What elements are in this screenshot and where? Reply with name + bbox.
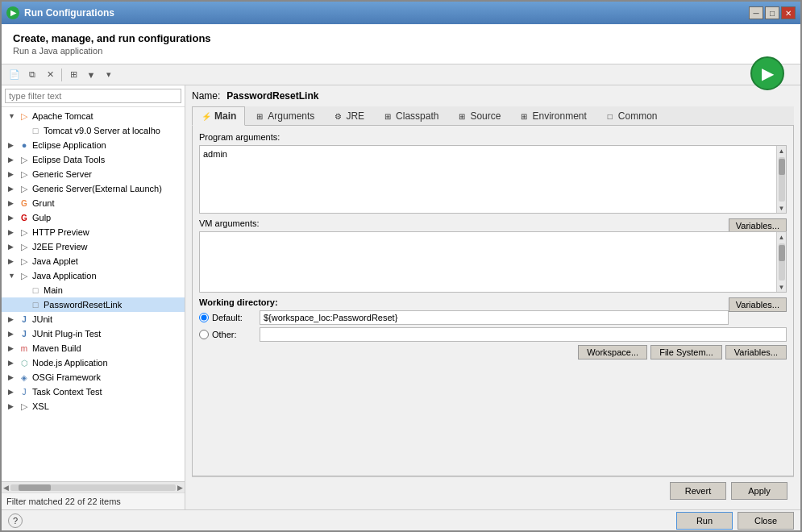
tree-item-http-preview[interactable]: ▶ ▷ HTTP Preview [2, 225, 185, 239]
scroll-track-v [779, 243, 785, 281]
expand-icon: ▶ [8, 228, 16, 236]
title-bar-controls: ─ □ ✕ [749, 6, 796, 19]
name-label: Name: [192, 90, 220, 102]
tree-item-grunt[interactable]: ▶ G Grunt [2, 196, 185, 210]
dropdown-button[interactable]: ▾ [101, 67, 117, 83]
header-title: Create, manage, and run configurations [13, 32, 744, 44]
scroll-thumb-v[interactable] [779, 245, 785, 261]
java-app-icon: ▷ [19, 270, 30, 281]
tree-item-j2ee-preview[interactable]: ▶ ▷ J2EE Preview [2, 239, 185, 254]
tree-item-java-applet[interactable]: ▶ ▷ Java Applet [2, 254, 185, 268]
tree-item-apache-tomcat[interactable]: ▼ ▷ Apache Tomcat [2, 109, 185, 123]
tree-item-nodejs[interactable]: ▶ ⬡ Node.js Application [2, 355, 185, 370]
tree-item-maven[interactable]: ▶ m Maven Build [2, 341, 185, 355]
tree-item-junit-plugin[interactable]: ▶ J JUnit Plug-in Test [2, 326, 185, 341]
default-radio[interactable] [199, 313, 209, 322]
default-dir-field[interactable] [260, 310, 729, 325]
expand-icon: ▶ [8, 156, 16, 164]
expand-icon: ▶ [8, 388, 16, 396]
tree-item-gulp[interactable]: ▶ G Gulp [2, 210, 185, 225]
program-args-input[interactable] [200, 146, 786, 210]
run-configurations-window: ▶ Run Configurations ─ □ ✕ Create, manag… [0, 0, 802, 532]
tree-item-eclipse-app[interactable]: ▶ ● Eclipse Application [2, 138, 185, 152]
default-radio-row: Default: [199, 310, 729, 325]
grunt-icon: G [19, 197, 30, 209]
arguments-tab-icon: ⊞ [254, 110, 265, 122]
http-preview-icon: ▷ [19, 227, 30, 238]
source-tab-label: Source [470, 110, 501, 122]
tree-item-osgi[interactable]: ▶ ◈ OSGi Framework [2, 370, 185, 384]
scroll-left-arrow[interactable]: ◀ [3, 484, 9, 492]
help-button[interactable]: ? [8, 513, 23, 528]
eclipse-app-icon: ● [19, 139, 30, 151]
file-system-button[interactable]: File System... [650, 345, 722, 360]
app-icon: ▶ [6, 6, 19, 19]
horizontal-scrollbar[interactable]: ◀ ▶ [2, 481, 185, 493]
junit-plugin-icon: J [19, 328, 30, 339]
program-args-label: Program arguments: [199, 132, 787, 142]
dir-variables-button[interactable]: Variables... [725, 345, 787, 360]
expand-icon: ▼ [8, 112, 16, 120]
close-button[interactable]: ✕ [781, 6, 796, 19]
scroll-right-arrow[interactable]: ▶ [177, 484, 183, 492]
name-row: Name: PasswordResetLink [192, 90, 794, 102]
scroll-thumb[interactable] [19, 484, 51, 491]
tab-main[interactable]: ⚡ Main [192, 106, 245, 126]
vm-args-input[interactable] [200, 233, 786, 289]
scroll-thumb-v[interactable] [779, 159, 785, 175]
delete-config-button[interactable]: ✕ [42, 67, 58, 83]
minimize-button[interactable]: ─ [749, 6, 763, 19]
xsl-label: XSL [32, 401, 49, 411]
filter-button[interactable]: ⊞ [65, 67, 81, 83]
close-button-footer[interactable]: Close [738, 512, 794, 530]
expand-icon: ▼ [8, 272, 16, 280]
tab-jre[interactable]: ⚙ JRE [323, 106, 373, 125]
collapse-button[interactable]: ▼ [83, 67, 99, 83]
apply-button[interactable]: Apply [731, 482, 787, 500]
tree-item-task-context[interactable]: ▶ J Task Context Test [2, 384, 185, 399]
new-config-button[interactable]: 📄 [6, 67, 23, 83]
tree-item-eclipse-data[interactable]: ▶ ▷ Eclipse Data Tools [2, 152, 185, 167]
vm-args-scrollbar[interactable]: ▲ ▼ [776, 232, 786, 292]
left-panel-footer: Filter matched 22 of 22 items [2, 493, 185, 509]
scroll-up-arrow[interactable]: ▲ [777, 232, 787, 242]
tree-item-main[interactable]: □ Main [2, 283, 185, 297]
tree-item-generic-server[interactable]: ▶ ▷ Generic Server [2, 167, 185, 181]
scroll-down-arrow[interactable]: ▼ [777, 282, 787, 292]
expand-icon: ▶ [8, 344, 16, 352]
other-radio[interactable] [199, 330, 209, 339]
tree-item-tomcat-server[interactable]: □ Tomcat v9.0 Server at localho [2, 123, 185, 138]
scroll-down-arrow[interactable]: ▼ [777, 203, 787, 213]
tree-item-generic-server-ext[interactable]: ▶ ▷ Generic Server(External Launch) [2, 181, 185, 196]
expand-icon: ▶ [8, 185, 16, 193]
workspace-button[interactable]: Workspace... [578, 345, 647, 360]
vm-args-variables-button[interactable]: Variables... [729, 297, 787, 312]
environment-tab-icon: ⊞ [518, 110, 530, 122]
tab-source[interactable]: ⊞ Source [447, 106, 509, 125]
classpath-tab-label: Classpath [396, 110, 438, 122]
junit-plugin-label: JUnit Plug-in Test [32, 329, 101, 339]
maximize-button[interactable]: □ [765, 6, 779, 19]
generic-server-icon: ▷ [19, 168, 30, 180]
tree-item-junit[interactable]: ▶ J JUnit [2, 312, 185, 326]
tab-classpath[interactable]: ⊞ Classpath [373, 106, 447, 125]
search-input[interactable] [5, 89, 181, 103]
java-applet-icon: ▷ [19, 256, 30, 267]
other-dir-field[interactable] [260, 327, 787, 342]
revert-button[interactable]: Revert [670, 482, 726, 500]
tab-common[interactable]: □ Common [596, 106, 667, 125]
run-button[interactable]: Run [676, 512, 733, 530]
tree-area: ▼ ▷ Apache Tomcat □ Tomcat v9.0 Server a… [2, 107, 185, 481]
run-button-header[interactable]: ▶ [750, 56, 784, 90]
tree-item-xsl[interactable]: ▶ ▷ XSL [2, 399, 185, 414]
tree-item-java-app[interactable]: ▼ ▷ Java Application [2, 268, 185, 283]
scroll-up-arrow[interactable]: ▲ [777, 146, 787, 156]
program-args-scrollbar[interactable]: ▲ ▼ [776, 146, 786, 213]
duplicate-config-button[interactable]: ⧉ [24, 67, 40, 83]
title-bar: ▶ Run Configurations ─ □ ✕ [2, 2, 800, 24]
jre-tab-label: JRE [346, 110, 364, 122]
osgi-icon: ◈ [19, 372, 30, 383]
tab-environment[interactable]: ⊞ Environment [509, 106, 595, 125]
tab-arguments[interactable]: ⊞ Arguments [245, 106, 323, 125]
tree-item-password-reset[interactable]: □ PasswordResetLink [2, 297, 185, 312]
